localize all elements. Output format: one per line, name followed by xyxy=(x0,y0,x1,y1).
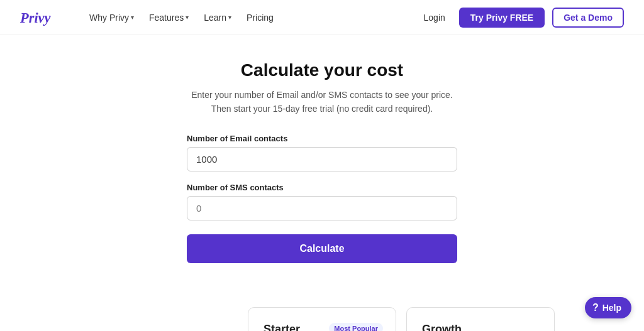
chevron-down-icon: ▾ xyxy=(228,14,231,21)
try-free-button[interactable]: Try Privy FREE xyxy=(459,8,545,28)
nav-features[interactable]: Features ▾ xyxy=(143,9,195,26)
email-contacts-group: Number of Email contacts xyxy=(187,134,457,171)
nav-links: Why Privy ▾ Features ▾ Learn ▾ Pricing xyxy=(83,9,280,26)
plan-name-growth: Growth xyxy=(422,323,539,331)
calculator-subtitle: Enter your number of Email and/or SMS co… xyxy=(191,88,453,116)
nav-why-privy[interactable]: Why Privy ▾ xyxy=(83,9,140,26)
email-contacts-label: Number of Email contacts xyxy=(187,134,457,143)
nav-left: Privy Why Privy ▾ Features ▾ Learn ▾ Pri… xyxy=(20,6,280,29)
navbar: Privy Why Privy ▾ Features ▾ Learn ▾ Pri… xyxy=(0,0,644,35)
sms-contacts-group: Number of SMS contacts xyxy=(187,183,457,220)
plan-card-free: Privy Free Starts at $0 per month Get st… xyxy=(89,315,238,331)
calculator-form: Number of Email contacts Number of SMS c… xyxy=(187,134,457,263)
calculator-section: Calculate your cost Enter your number of… xyxy=(0,35,644,282)
nav-learn[interactable]: Learn ▾ xyxy=(197,9,238,26)
logo[interactable]: Privy xyxy=(20,6,65,29)
chevron-down-icon: ▾ xyxy=(131,14,134,21)
chevron-down-icon: ▾ xyxy=(186,14,189,21)
nav-pricing[interactable]: Pricing xyxy=(240,9,280,26)
sms-contacts-input[interactable] xyxy=(187,196,457,220)
login-button[interactable]: Login xyxy=(418,9,452,26)
calculate-button[interactable]: Calculate xyxy=(187,234,457,263)
help-icon: ? xyxy=(592,302,599,313)
plan-card-growth: Growth Starts at $45 per month Conversio… xyxy=(406,307,555,331)
plan-card-starter: Most Popular Starter Starts at $30 per m… xyxy=(248,307,396,331)
nav-right: Login Try Privy FREE Get a Demo xyxy=(418,8,624,28)
svg-text:Privy: Privy xyxy=(20,10,51,26)
pricing-section: Privy Free Starts at $0 per month Get st… xyxy=(0,282,644,331)
sms-contacts-label: Number of SMS contacts xyxy=(187,183,457,192)
calculator-title: Calculate your cost xyxy=(241,60,403,80)
email-contacts-input[interactable] xyxy=(187,147,457,171)
most-popular-badge: Most Popular xyxy=(329,323,383,331)
help-button[interactable]: ? Help xyxy=(585,297,631,318)
help-label: Help xyxy=(602,303,621,313)
get-demo-button[interactable]: Get a Demo xyxy=(552,8,624,28)
